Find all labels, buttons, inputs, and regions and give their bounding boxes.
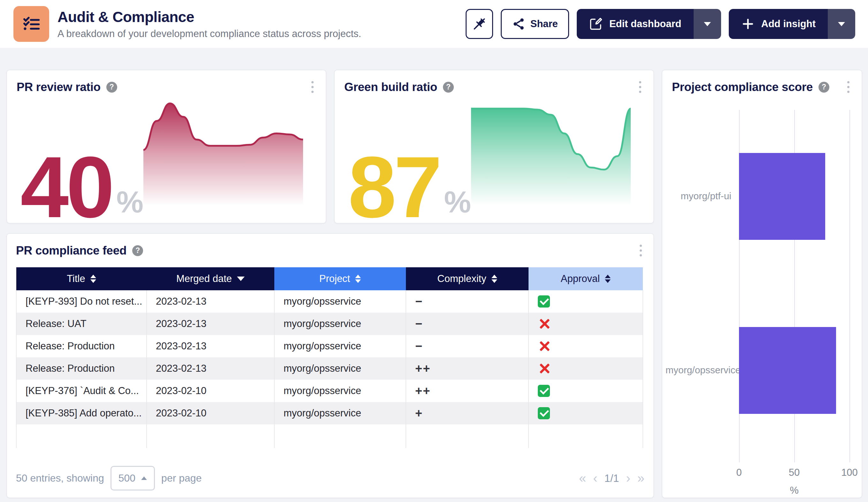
left-column: PR review ratio ? 40 %	[7, 70, 654, 498]
cell-complexity: +	[406, 402, 528, 424]
x-tick-label: 50	[789, 467, 800, 478]
metric-body: 87 %	[344, 95, 644, 221]
next-page-button[interactable]: ›	[626, 471, 630, 485]
table-row[interactable]: Release: Production2023-02-13myorg/opsse…	[16, 335, 643, 357]
help-icon[interactable]: ?	[106, 82, 117, 93]
heading-block: Audit & Compliance A breakdown of your d…	[58, 8, 361, 40]
column-header-complexity[interactable]: Complexity	[406, 267, 528, 290]
table-row[interactable]: Release: Production2023-02-13myorg/opsse…	[16, 357, 643, 380]
empty-table-row	[16, 424, 643, 448]
column-header-title[interactable]: Title	[16, 267, 147, 290]
cell-merged-date: 2023-02-10	[147, 402, 274, 424]
kebab-menu-icon[interactable]	[845, 79, 852, 95]
header: Audit & Compliance A breakdown of your d…	[0, 0, 868, 48]
metric-unit: %	[444, 187, 471, 217]
chevron-down-icon	[838, 22, 845, 26]
pr-review-ratio-card: PR review ratio ? 40 %	[7, 70, 327, 224]
cell-complexity: −	[406, 335, 528, 357]
cell-title: Release: Production	[16, 335, 147, 357]
column-label: Title	[67, 273, 85, 285]
approved-check-icon	[538, 385, 550, 397]
card-title: PR review ratio	[17, 81, 101, 94]
dashboard-tile	[13, 6, 49, 42]
cell-approval	[528, 357, 643, 380]
rejected-x-icon	[538, 362, 551, 375]
table-row[interactable]: [KEYP-376] `Audit & Co...2023-02-10myorg…	[16, 380, 643, 402]
pin-slash-icon	[472, 16, 487, 32]
cell-merged-date: 2023-02-13	[147, 335, 274, 357]
metric-value: 87	[348, 154, 440, 221]
cell-title: [KEYP-393] Do not reset...	[16, 290, 147, 313]
card-header: PR review ratio ?	[17, 79, 316, 95]
kebab-menu-icon[interactable]	[637, 79, 644, 95]
x-axis-label: %	[790, 485, 799, 496]
x-tick-label: 0	[736, 467, 742, 478]
kebab-menu-icon[interactable]	[637, 243, 644, 258]
edit-dashboard-caret-button[interactable]	[694, 9, 721, 39]
help-icon[interactable]: ?	[443, 82, 454, 93]
sort-icon	[90, 275, 96, 283]
last-page-button[interactable]: »	[638, 471, 644, 485]
gridline	[849, 110, 850, 462]
unpin-button[interactable]	[466, 9, 493, 39]
entries-count-text: 50 entries, showing	[16, 472, 104, 484]
edit-dashboard-button[interactable]: Edit dashboard	[577, 9, 694, 39]
per-page-select[interactable]: 500	[111, 466, 155, 491]
compliance-bar-myorg-ptf-ui	[739, 153, 825, 240]
column-header-approval[interactable]: Approval	[528, 267, 643, 290]
green-build-sparkline-chart	[471, 97, 631, 206]
cell-merged-date: 2023-02-13	[147, 313, 274, 335]
table-row[interactable]: Release: UAT2023-02-13myorg/opsservice−	[16, 313, 643, 335]
card-title: Project compliance score	[672, 81, 813, 94]
cell-complexity: ++	[406, 357, 528, 380]
help-icon[interactable]: ?	[818, 82, 829, 93]
dashboard-page: Audit & Compliance A breakdown of your d…	[0, 0, 868, 498]
card-header: Green build ratio ?	[344, 79, 644, 95]
cell-approval	[528, 313, 643, 335]
cell-project: myorg/opsservice	[274, 335, 406, 357]
cell-project: myorg/opsservice	[274, 402, 406, 424]
sort-icon	[492, 275, 497, 283]
share-button[interactable]: Share	[501, 9, 569, 39]
column-label: Merged date	[176, 273, 232, 285]
add-insight-label: Add insight	[761, 18, 816, 30]
x-tick-label: 100	[841, 467, 858, 478]
pagination: « ‹ 1/1 › »	[579, 471, 644, 485]
first-page-button[interactable]: «	[579, 471, 586, 485]
table-row[interactable]: [KEYP-393] Do not reset...2023-02-13myor…	[16, 290, 643, 313]
edit-dashboard-label: Edit dashboard	[609, 18, 682, 30]
cell-complexity: −	[406, 313, 528, 335]
table-footer: 50 entries, showing 500 per page « ‹ 1/1…	[16, 466, 644, 491]
metric-value: 40	[20, 154, 112, 221]
cell-title: Release: UAT	[16, 313, 147, 335]
plus-icon	[741, 17, 755, 31]
bar-label-myorg-opsservice: myorg/opsservice	[665, 365, 731, 376]
cell-approval	[528, 335, 643, 357]
help-icon[interactable]: ?	[132, 245, 143, 256]
cell-merged-date: 2023-02-10	[147, 380, 274, 402]
previous-page-button[interactable]: ‹	[593, 471, 597, 485]
cell-approval	[528, 290, 643, 313]
pr-compliance-feed-card: PR compliance feed ? TitleMerged datePro…	[7, 233, 654, 498]
metric-body: 40 %	[17, 95, 316, 221]
cell-title: [KEYP-376] `Audit & Co...	[16, 380, 147, 402]
add-insight-button[interactable]: Add insight	[729, 9, 828, 39]
approved-check-icon	[538, 407, 550, 419]
column-label: Complexity	[437, 273, 486, 285]
per-page-suffix: per page	[161, 472, 202, 484]
sort-icon	[355, 275, 361, 283]
column-label: Project	[319, 273, 350, 285]
add-insight-caret-button[interactable]	[828, 9, 855, 39]
cell-title: Release: Production	[16, 357, 147, 380]
chevron-up-icon	[141, 477, 147, 480]
column-header-merged-date[interactable]: Merged date	[147, 267, 274, 290]
column-label: Approval	[561, 273, 600, 285]
kebab-menu-icon[interactable]	[309, 79, 316, 95]
checklist-icon	[21, 13, 42, 34]
cell-project: myorg/opsservice	[274, 313, 406, 335]
column-header-project[interactable]: Project	[274, 267, 406, 290]
cell-merged-date: 2023-02-13	[147, 290, 274, 313]
pr-feed-table: TitleMerged dateProjectComplexityApprova…	[16, 267, 643, 448]
table-row[interactable]: [KEYP-385] Add operato...2023-02-10myorg…	[16, 402, 643, 424]
sort-icon	[605, 275, 611, 283]
